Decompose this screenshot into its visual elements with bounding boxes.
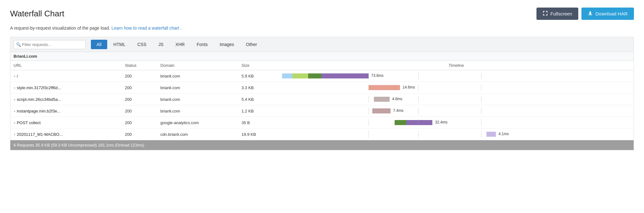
- domain-cell: cdn.brianli.com: [157, 129, 238, 140]
- timeline-cell: 73.6ms: [279, 70, 634, 82]
- page-title: Waterfall Chart: [10, 9, 64, 19]
- vline: [369, 96, 369, 103]
- learn-link[interactable]: Learn how to read a waterfall chart: [111, 26, 179, 31]
- vline: [418, 107, 419, 114]
- domain-cell: brianli.com: [157, 94, 238, 105]
- timing-label: 4.6ms: [392, 97, 402, 101]
- tab-fonts[interactable]: Fonts: [191, 40, 213, 49]
- tab-css[interactable]: CSS: [132, 40, 152, 49]
- tab-html[interactable]: HTML: [108, 40, 131, 49]
- size-cell: 5.4 KB: [238, 94, 279, 105]
- vline: [481, 84, 481, 91]
- table-row[interactable]: +script.min.26cc34bd5a...200brianli.com5…: [10, 94, 634, 105]
- expand-icon: +: [14, 121, 15, 125]
- url-cell: +20201117_M1-MACBO...: [10, 129, 122, 140]
- timeline-bar-segment: [308, 73, 321, 78]
- status-cell: 200: [122, 129, 157, 140]
- status-cell: 200: [122, 70, 157, 82]
- url-cell: +script.min.26cc34bd5a...: [10, 94, 122, 105]
- domain-cell: google-analytics.com: [157, 117, 238, 129]
- table-row[interactable]: +20201117_M1-MACBO...200cdn.brianli.com1…: [10, 129, 634, 140]
- size-cell: 5.9 KB: [238, 70, 279, 82]
- timeline-bar-segment: [321, 73, 369, 78]
- url-cell: +POST collect: [10, 117, 122, 129]
- size-cell: 3.3 KB: [238, 82, 279, 94]
- tab-xhr[interactable]: XHR: [170, 40, 191, 49]
- domain-cell: brianli.com: [157, 70, 238, 82]
- waterfall-table: BrianLi.com URL Status Domain Size Timel…: [10, 52, 634, 150]
- tab-images[interactable]: Images: [214, 40, 240, 49]
- timeline-cell: 32.4ms: [279, 117, 634, 129]
- timeline-bar-segment: [372, 108, 391, 113]
- vline: [418, 72, 419, 79]
- timing-label: 32.4ms: [435, 120, 447, 124]
- url-cell: +style.min.3172f3c2ff6d...: [10, 82, 122, 94]
- timeline-bar-segment: [369, 85, 400, 90]
- vline: [481, 119, 481, 126]
- download-har-button[interactable]: Download HAR: [581, 8, 634, 20]
- timeline-bar-segment: [406, 120, 432, 125]
- vline: [369, 84, 369, 91]
- table-row[interactable]: +instantpage.min.b2f3e...200brianli.com1…: [10, 105, 634, 117]
- vline: [369, 131, 369, 138]
- vline: [481, 107, 481, 114]
- vline: [481, 131, 481, 138]
- size-cell: 35 B: [238, 117, 279, 129]
- domain-group-header: BrianLi.com: [10, 52, 634, 61]
- vline: [418, 96, 419, 103]
- domain-cell: brianli.com: [157, 105, 238, 117]
- filter-tabs: All HTML CSS JS XHR Fonts Images Other: [91, 40, 263, 49]
- table-row[interactable]: +POST collect200google-analytics.com35 B…: [10, 117, 634, 129]
- url-cell: +/: [10, 70, 122, 82]
- domain-cell: brianli.com: [157, 82, 238, 94]
- vline: [369, 119, 369, 126]
- status-cell: 200: [122, 117, 157, 129]
- table-row[interactable]: +style.min.3172f3c2ff6d...200brianli.com…: [10, 82, 634, 94]
- size-cell: 1.2 KB: [238, 105, 279, 117]
- timeline-bar-segment: [486, 132, 496, 137]
- tab-js[interactable]: JS: [153, 40, 169, 49]
- vline: [481, 96, 481, 103]
- timing-label: 4.1ms: [498, 132, 509, 136]
- timeline-cell: 7.4ms: [279, 105, 634, 117]
- url-cell: +instantpage.min.b2f3e...: [10, 105, 122, 117]
- table-row[interactable]: +/200brianli.com5.9 KB73.6ms: [10, 70, 634, 82]
- search-icon: 🔍: [16, 42, 21, 47]
- timeline-cell: 4.1ms: [279, 129, 634, 140]
- summary-cell: 6 Requests 35.9 KB (59.3 KB Uncompressed…: [10, 140, 634, 150]
- timeline-cell: 4.6ms: [279, 94, 634, 105]
- fullscreen-button[interactable]: Fullscreen: [536, 8, 578, 20]
- timing-label: 14.6ms: [402, 85, 415, 89]
- expand-icon: +: [14, 86, 15, 90]
- size-cell: 19.9 KB: [238, 129, 279, 140]
- timeline-bar-segment: [395, 120, 406, 125]
- timeline-bar-segment: [282, 73, 292, 78]
- expand-icon: +: [14, 98, 15, 101]
- vline: [418, 131, 419, 138]
- timeline-bar-segment: [292, 73, 308, 78]
- timeline-cell: 14.6ms: [279, 82, 634, 94]
- header-buttons: Fullscreen Download HAR: [536, 8, 634, 20]
- vline: [481, 72, 481, 79]
- filter-input-wrap: 🔍: [14, 40, 86, 49]
- status-cell: 200: [122, 105, 157, 117]
- expand-icon: +: [14, 133, 15, 136]
- fullscreen-icon: [543, 11, 548, 17]
- tab-other[interactable]: Other: [240, 40, 263, 49]
- tab-all[interactable]: All: [91, 40, 107, 49]
- description-text: A request-by-request visualization of th…: [10, 26, 634, 31]
- timing-label: 7.4ms: [393, 108, 403, 113]
- filter-input[interactable]: [14, 40, 86, 49]
- expand-icon: +: [14, 74, 15, 78]
- timing-label: 73.6ms: [371, 73, 383, 78]
- vline: [369, 107, 369, 114]
- vline: [418, 119, 419, 126]
- expand-icon: +: [14, 109, 15, 113]
- download-icon: [588, 11, 593, 17]
- timeline-bar-segment: [374, 97, 390, 102]
- toolbar: 🔍 All HTML CSS JS XHR Fonts Images Other: [10, 37, 634, 52]
- status-cell: 200: [122, 94, 157, 105]
- vline: [418, 84, 419, 91]
- summary-row: 6 Requests 35.9 KB (59.3 KB Uncompressed…: [10, 140, 634, 150]
- status-cell: 200: [122, 82, 157, 94]
